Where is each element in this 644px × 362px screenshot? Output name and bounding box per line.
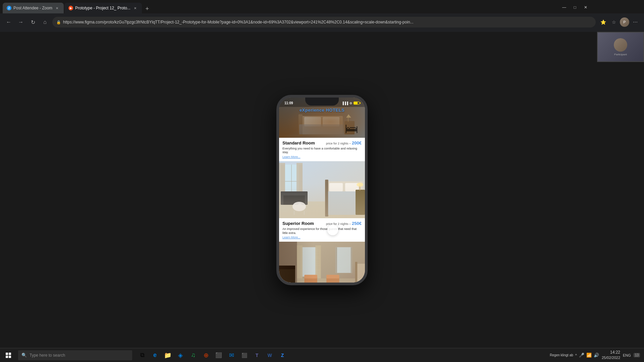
tray-icons: Regen klingt ab ^ 🎤 📶 🔊 bbox=[550, 353, 599, 358]
tab-figma-close[interactable]: ✕ bbox=[132, 5, 138, 11]
teams-button[interactable]: T bbox=[251, 349, 263, 361]
profile-button[interactable]: P bbox=[620, 17, 629, 27]
svg-rect-40 bbox=[299, 247, 319, 277]
minimize-button[interactable]: — bbox=[559, 3, 569, 12]
app8-button[interactable]: ⬛ bbox=[238, 349, 250, 361]
edge2-button[interactable]: ◈ bbox=[174, 349, 186, 361]
tab-figma-label: Prototype - Project 12_ Proto... bbox=[75, 6, 130, 10]
office-button[interactable]: ⊕ bbox=[200, 349, 212, 361]
add-tab-button[interactable]: + bbox=[143, 4, 152, 13]
svg-rect-6 bbox=[344, 121, 355, 134]
battery-tip bbox=[360, 102, 361, 104]
refresh-button[interactable]: ↻ bbox=[28, 17, 38, 27]
bookmark-button[interactable]: ☆ bbox=[609, 17, 619, 27]
svg-rect-46 bbox=[336, 247, 337, 273]
address-bar[interactable]: 🔒 https://www.figma.com/proto/kzGu7lpzgc… bbox=[52, 17, 596, 27]
edge-button[interactable]: e bbox=[149, 349, 161, 361]
clock[interactable]: 14:22 25/02/2022 bbox=[602, 350, 620, 360]
svg-rect-26 bbox=[326, 181, 363, 215]
close-button[interactable]: ✕ bbox=[581, 3, 590, 12]
svg-rect-3 bbox=[304, 117, 321, 126]
svg-point-34 bbox=[357, 183, 363, 187]
battery-fill bbox=[354, 102, 358, 104]
start-button[interactable] bbox=[0, 348, 17, 362]
standard-room-pricing: price for 2 nights – 200€ bbox=[326, 140, 362, 145]
spotify-button[interactable]: ♫ bbox=[187, 349, 199, 361]
windows-logo bbox=[6, 353, 11, 358]
search-placeholder: Type here to search bbox=[30, 353, 65, 358]
svg-rect-27 bbox=[325, 180, 328, 217]
clock-date: 25/02/2022 bbox=[602, 355, 620, 360]
tab-zoom[interactable]: Z Post Attendee - Zoom ✕ bbox=[3, 3, 64, 13]
more-button[interactable]: ⋯ bbox=[631, 17, 640, 27]
task-view-button[interactable]: ⧉ bbox=[136, 349, 148, 361]
maximize-button[interactable]: □ bbox=[570, 3, 580, 12]
word-button[interactable]: W bbox=[264, 349, 276, 361]
svg-rect-45 bbox=[336, 247, 352, 273]
svg-rect-35 bbox=[279, 242, 365, 282]
network-icon[interactable]: 📶 bbox=[586, 353, 592, 358]
phone-screen: 11:09 ▐▐▐ ⊙ bbox=[279, 98, 365, 283]
standard-price-label: price for 2 nights – bbox=[326, 142, 351, 145]
person-avatar bbox=[614, 38, 627, 52]
svg-rect-2 bbox=[299, 114, 303, 136]
svg-rect-1 bbox=[299, 116, 343, 134]
outlook-button[interactable]: ✉ bbox=[225, 349, 237, 361]
system-tray: Regen klingt ab ^ 🎤 📶 🔊 14:22 25/02/2022… bbox=[546, 348, 644, 362]
svg-rect-52 bbox=[356, 264, 365, 282]
svg-rect-30 bbox=[326, 191, 363, 215]
main-content: 11:09 ▐▐▐ ⊙ bbox=[0, 32, 644, 348]
svg-point-25 bbox=[298, 203, 302, 206]
notification-count: 13 bbox=[634, 353, 640, 357]
mic-icon[interactable]: 🎤 bbox=[579, 353, 584, 358]
svg-rect-53 bbox=[355, 262, 358, 283]
svg-rect-49 bbox=[304, 275, 317, 279]
tab-figma[interactable]: ▶ Prototype - Project 12_ Proto... ✕ bbox=[64, 3, 142, 13]
standard-learn-more[interactable]: Learn More... bbox=[282, 155, 362, 159]
svg-rect-44 bbox=[315, 245, 321, 279]
svg-rect-31 bbox=[325, 180, 328, 217]
hotel-title-bar: eXperience HOTELS bbox=[279, 107, 365, 113]
standard-room-name: Standard Room bbox=[282, 140, 315, 145]
tab-zoom-close[interactable]: ✕ bbox=[54, 5, 60, 11]
home-button[interactable]: ⌂ bbox=[40, 17, 50, 27]
superior-learn-more[interactable]: Learn More... bbox=[282, 236, 362, 239]
standard-room-desc: Everything you need to have a comfortabl… bbox=[282, 147, 362, 155]
standard-room-header: Standard Room price for 2 nights – 200€ bbox=[282, 140, 362, 145]
status-time: 11:09 bbox=[284, 101, 293, 105]
zoom-button[interactable]: Z bbox=[276, 349, 288, 361]
svg-rect-19 bbox=[281, 191, 308, 195]
superior-room-desc: An improved experience for those guests … bbox=[282, 227, 362, 235]
extensions-button[interactable]: ⭐ bbox=[598, 17, 608, 27]
tray-expand-icon[interactable]: ^ bbox=[575, 353, 577, 357]
svg-rect-51 bbox=[326, 275, 339, 279]
clock-time: 14:22 bbox=[610, 350, 620, 355]
search-bar[interactable]: 🔍 Type here to search bbox=[18, 350, 132, 360]
standard-room-card: Standard Room price for 2 nights – 200€ … bbox=[279, 138, 365, 161]
phone-mockup: 11:09 ▐▐▐ ⊙ bbox=[276, 95, 368, 285]
forward-button[interactable]: → bbox=[16, 17, 25, 27]
hotel-title: eXperience HOTELS bbox=[300, 108, 344, 113]
standard-room-svg bbox=[279, 161, 365, 218]
video-person-label: Participant bbox=[614, 53, 627, 56]
url-text: https://www.figma.com/proto/kzGu7lpzgc3f… bbox=[63, 20, 592, 24]
svg-rect-32 bbox=[356, 190, 365, 215]
svg-rect-28 bbox=[329, 183, 343, 191]
svg-rect-16 bbox=[279, 163, 285, 205]
svg-rect-4 bbox=[323, 117, 339, 126]
superior-room-image bbox=[279, 242, 365, 282]
status-right: ▐▐▐ ⊙ bbox=[342, 102, 360, 105]
tab-zoom-label: Post Attendee - Zoom bbox=[13, 6, 52, 10]
battery-icon bbox=[354, 102, 360, 105]
notification-count-area[interactable]: 13 bbox=[634, 353, 640, 357]
svg-rect-38 bbox=[279, 267, 295, 282]
signal-icon: ▐▐▐ bbox=[342, 102, 348, 105]
back-button[interactable]: ← bbox=[4, 17, 13, 27]
tab-zoom-icon: Z bbox=[7, 6, 11, 10]
explorer-button[interactable]: 📁 bbox=[162, 349, 174, 361]
volume-icon[interactable]: 🔊 bbox=[594, 353, 599, 358]
browser-window: Z Post Attendee - Zoom ✕ ▶ Prototype - P… bbox=[0, 0, 644, 32]
app6-button[interactable]: ⬛ bbox=[213, 349, 225, 361]
nav-bar: ← → ↻ ⌂ 🔒 https://www.figma.com/proto/kz… bbox=[0, 13, 644, 31]
svg-rect-5 bbox=[299, 124, 343, 134]
